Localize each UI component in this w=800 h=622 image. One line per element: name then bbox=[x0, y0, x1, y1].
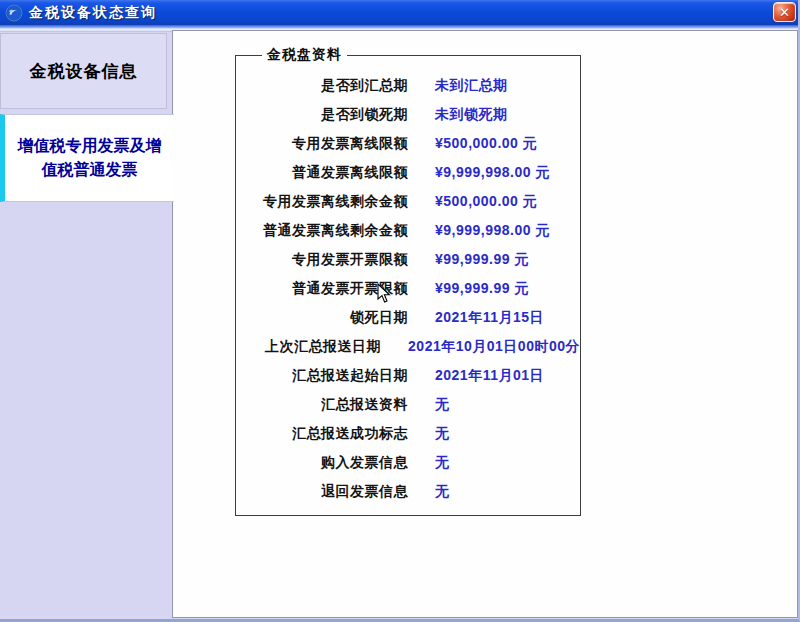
row-value: 2021年11月01日 bbox=[435, 367, 544, 385]
table-row: 锁死日期 2021年11月15日 bbox=[236, 303, 580, 332]
row-label: 是否到锁死期 bbox=[236, 106, 408, 124]
row-value: ¥500,000.00 元 bbox=[435, 193, 537, 211]
row-label: 汇总报送起始日期 bbox=[236, 367, 408, 385]
table-row: 退回发票信息 无 bbox=[236, 477, 580, 506]
row-label: 退回发票信息 bbox=[236, 483, 408, 501]
row-value: 未到锁死期 bbox=[435, 106, 508, 124]
row-value: 无 bbox=[435, 454, 450, 472]
row-label: 普通发票离线限额 bbox=[236, 164, 408, 182]
groupbox-golden-tax-disk: 金税盘资料 是否到汇总期 未到汇总期 是否到锁死期 未到锁死期 专用发票离线限额… bbox=[235, 55, 581, 516]
row-label: 专用发票离线限额 bbox=[236, 135, 408, 153]
table-row: 是否到锁死期 未到锁死期 bbox=[236, 100, 580, 129]
row-value: ¥9,999,998.00 元 bbox=[435, 222, 550, 240]
table-row: 汇总报送资料 无 bbox=[236, 390, 580, 419]
groupbox-title: 金税盘资料 bbox=[262, 46, 347, 64]
row-label: 普通发票开票限额 bbox=[236, 280, 408, 298]
row-label: 专用发票开票限额 bbox=[236, 251, 408, 269]
close-icon: ✕ bbox=[779, 6, 790, 19]
sidebar-item-device-info[interactable]: 金税设备信息 bbox=[0, 33, 167, 109]
table-row: 专用发票开票限额 ¥99,999.99 元 bbox=[236, 245, 580, 274]
row-value: 无 bbox=[435, 483, 450, 501]
row-label: 是否到汇总期 bbox=[236, 77, 408, 95]
main-panel: 金税盘资料 是否到汇总期 未到汇总期 是否到锁死期 未到锁死期 专用发票离线限额… bbox=[172, 30, 798, 618]
row-value: ¥9,999,998.00 元 bbox=[435, 164, 550, 182]
row-label: 上次汇总报送日期 bbox=[236, 338, 381, 356]
row-value: 无 bbox=[435, 396, 450, 414]
app-logo-icon bbox=[5, 4, 23, 22]
row-label: 汇总报送成功标志 bbox=[236, 425, 408, 443]
row-value: ¥99,999.99 元 bbox=[435, 251, 529, 269]
table-row: 普通发票离线限额 ¥9,999,998.00 元 bbox=[236, 158, 580, 187]
title-bar[interactable]: 金税设备状态查询 ✕ bbox=[0, 0, 800, 25]
row-value: 未到汇总期 bbox=[435, 77, 508, 95]
sidebar-item-vat-invoices[interactable]: 增值税专用发票及增值税普通发票 bbox=[0, 114, 174, 202]
table-row: 专用发票离线剩余金额 ¥500,000.00 元 bbox=[236, 187, 580, 216]
row-label: 汇总报送资料 bbox=[236, 396, 408, 414]
table-row: 普通发票开票限额 ¥99,999.99 元 bbox=[236, 274, 580, 303]
row-value: ¥500,000.00 元 bbox=[435, 135, 537, 153]
row-label: 普通发票离线剩余金额 bbox=[236, 222, 408, 240]
close-button[interactable]: ✕ bbox=[773, 2, 796, 22]
window-title: 金税设备状态查询 bbox=[29, 4, 157, 22]
table-row: 普通发票离线剩余金额 ¥9,999,998.00 元 bbox=[236, 216, 580, 245]
table-row: 是否到汇总期 未到汇总期 bbox=[236, 71, 580, 100]
status-rows: 是否到汇总期 未到汇总期 是否到锁死期 未到锁死期 专用发票离线限额 ¥500,… bbox=[236, 56, 580, 506]
table-row: 上次汇总报送日期 2021年10月01日00时00分 bbox=[236, 332, 580, 361]
row-value: 无 bbox=[435, 425, 450, 443]
table-row: 专用发票离线限额 ¥500,000.00 元 bbox=[236, 129, 580, 158]
row-label: 专用发票离线剩余金额 bbox=[236, 193, 408, 211]
row-value: ¥99,999.99 元 bbox=[435, 280, 529, 298]
table-row: 汇总报送成功标志 无 bbox=[236, 419, 580, 448]
row-label: 购入发票信息 bbox=[236, 454, 408, 472]
row-label: 锁死日期 bbox=[236, 309, 408, 327]
row-value: 2021年11月15日 bbox=[435, 309, 544, 327]
row-value: 2021年10月01日00时00分 bbox=[408, 338, 580, 356]
table-row: 购入发票信息 无 bbox=[236, 448, 580, 477]
table-row: 汇总报送起始日期 2021年11月01日 bbox=[236, 361, 580, 390]
